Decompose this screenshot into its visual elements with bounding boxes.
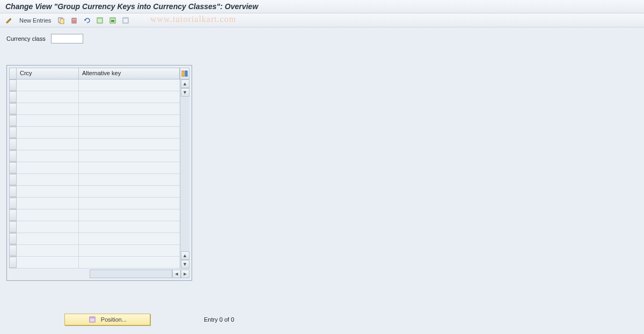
table-row[interactable] [9,150,180,162]
crcy-cell[interactable] [17,186,79,197]
alt-key-cell[interactable] [79,174,180,185]
entry-count-label: Entry 0 of 0 [204,316,234,323]
table-row[interactable] [9,91,180,103]
row-selector[interactable] [9,139,17,150]
currency-table: Crcy Alternative key ▲ ▼ ▲ ▼ [6,65,192,281]
alt-key-cell[interactable] [79,139,180,150]
scroll-right-icon[interactable]: ► [181,270,189,278]
scroll-down-icon[interactable]: ▼ [181,260,189,268]
table-configure-icon[interactable] [180,68,189,79]
content-area: Currency class Crcy Alternative key ▲ ▼ [0,27,644,283]
select-block-icon[interactable] [108,16,118,25]
table-row[interactable] [9,139,180,150]
table-row[interactable] [9,221,180,233]
svg-rect-3 [72,18,76,19]
alt-key-cell[interactable] [79,209,180,221]
scroll-track[interactable] [180,97,189,251]
crcy-cell[interactable] [17,245,79,256]
table-row[interactable] [9,233,180,245]
alt-key-cell[interactable] [79,91,180,103]
alt-key-cell[interactable] [79,150,180,162]
svg-rect-13 [123,18,128,19]
table-row[interactable] [9,79,180,91]
alt-key-cell[interactable] [79,245,180,256]
table-row[interactable] [9,174,180,186]
row-selector[interactable] [9,245,17,256]
crcy-cell[interactable] [17,127,79,138]
crcy-cell[interactable] [17,139,79,150]
new-entries-button[interactable]: New Entries [17,17,53,24]
alt-key-cell[interactable] [79,103,180,114]
crcy-cell[interactable] [17,174,79,185]
row-selector[interactable] [9,174,17,185]
table-row[interactable] [9,209,180,221]
currency-class-input[interactable] [51,34,83,43]
alt-key-cell[interactable] [79,257,180,268]
table-row[interactable] [9,162,180,174]
row-selector[interactable] [9,198,17,209]
crcy-cell[interactable] [17,257,79,268]
table-row[interactable] [9,103,180,115]
table-body: Crcy Alternative key [9,68,180,268]
select-all-header[interactable] [9,68,17,79]
watermark-text: www.tutorialkart.com [150,14,236,24]
alt-key-cell[interactable] [79,162,180,173]
alt-key-cell[interactable] [79,186,180,197]
deselect-all-icon[interactable] [121,16,130,25]
scroll-up-icon[interactable]: ▲ [181,79,189,88]
row-selector[interactable] [9,91,17,103]
crcy-cell[interactable] [17,198,79,209]
row-selector[interactable] [9,257,17,268]
alt-key-cell[interactable] [79,79,180,91]
alt-key-cell[interactable] [79,233,180,244]
crcy-cell[interactable] [17,150,79,162]
table-row[interactable] [9,115,180,127]
row-selector[interactable] [9,162,17,173]
table-row[interactable] [9,257,180,268]
row-selector[interactable] [9,233,17,244]
crcy-cell[interactable] [17,79,79,91]
hscroll-track[interactable] [90,270,172,278]
row-selector[interactable] [9,150,17,162]
toggle-display-change-icon[interactable] [4,16,14,25]
svg-rect-14 [182,71,184,76]
row-selector[interactable] [9,186,17,197]
crcy-cell[interactable] [17,115,79,126]
select-all-icon[interactable] [95,16,105,25]
scroll-up-small-icon[interactable]: ▲ [181,251,189,260]
row-selector[interactable] [9,209,17,221]
row-selector[interactable] [9,127,17,138]
crcy-cell[interactable] [17,103,79,114]
crcy-cell[interactable] [17,221,79,233]
copy-as-icon[interactable] [56,16,66,25]
delete-icon[interactable] [69,16,79,25]
crcy-cell[interactable] [17,209,79,221]
table-row[interactable] [9,127,180,139]
scroll-down-small-icon[interactable]: ▼ [181,88,189,97]
table-row[interactable] [9,198,180,209]
crcy-cell[interactable] [17,233,79,244]
alt-key-cell[interactable] [79,115,180,126]
svg-rect-1 [60,19,64,24]
col-header-alt[interactable]: Alternative key [79,68,180,79]
position-button[interactable]: Position... [64,314,150,325]
svg-rect-8 [97,18,103,19]
vertical-scrollbar[interactable]: ▲ ▼ ▲ ▼ [180,79,189,268]
row-selector[interactable] [9,79,17,91]
row-selector[interactable] [9,115,17,126]
table-row[interactable] [9,186,180,198]
svg-rect-15 [185,71,187,76]
row-selector[interactable] [9,103,17,114]
undo-change-icon[interactable] [82,16,92,25]
alt-key-cell[interactable] [79,127,180,138]
row-selector[interactable] [9,221,17,233]
col-header-crcy[interactable]: Crcy [17,68,79,79]
scroll-left-icon[interactable]: ◄ [172,270,181,278]
crcy-cell[interactable] [17,162,79,173]
horizontal-scrollbar[interactable]: ◄ ► [9,270,189,278]
alt-key-cell[interactable] [79,198,180,209]
alt-key-cell[interactable] [79,221,180,233]
table-row[interactable] [9,245,180,257]
table-header: Crcy Alternative key [9,68,180,79]
crcy-cell[interactable] [17,91,79,103]
